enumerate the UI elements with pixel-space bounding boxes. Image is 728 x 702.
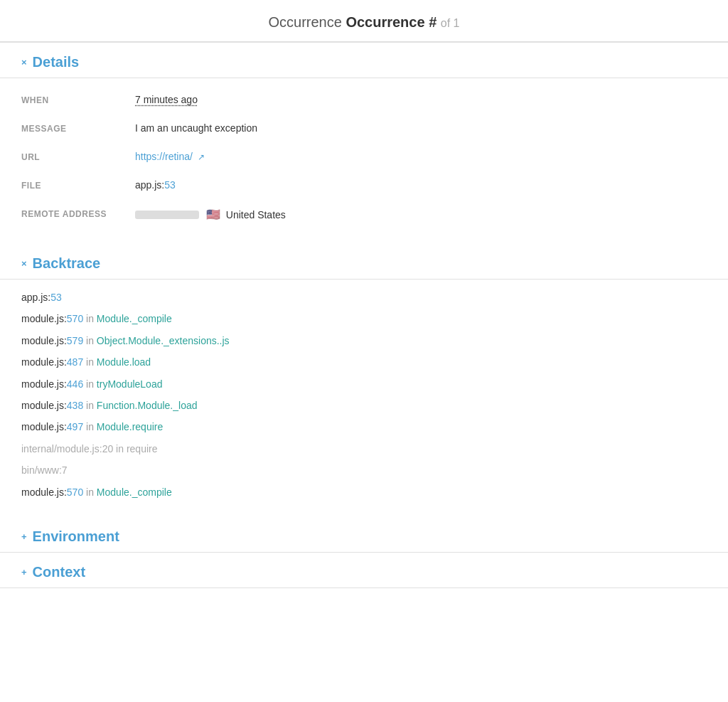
detail-value-remote-address: 🇺🇸 United States: [135, 208, 707, 221]
backtrace-line-6: module.js:497 in Module.require: [21, 416, 707, 437]
detail-row-url: URL https://retina/ ↗: [21, 142, 707, 171]
detail-value-message: I am an uncaught exception: [135, 122, 707, 134]
bt-linenum-3[interactable]: 487: [67, 356, 83, 368]
bt-linenum-0[interactable]: 53: [50, 292, 62, 303]
bt-linenum-5[interactable]: 438: [67, 400, 83, 411]
bt-in-9: in: [86, 486, 97, 498]
backtrace-line-9: module.js:570 in Module._compile: [21, 482, 707, 503]
details-section-header[interactable]: × Details: [0, 43, 728, 78]
bt-func-4: tryModuleLoad: [97, 378, 163, 390]
occurrence-label: Occurrence Occurrence #: [268, 14, 437, 30]
bt-func-2: Object.Module._extensions..js: [97, 335, 230, 346]
detail-value-file: app.js:53: [135, 179, 707, 191]
environment-section-header[interactable]: + Environment: [0, 517, 728, 552]
bt-in-6: in: [86, 421, 97, 432]
context-section-title: Context: [33, 564, 85, 580]
detail-label-remote-address: REMOTE ADDRESS: [21, 208, 135, 219]
bt-in-7: in: [116, 443, 127, 454]
backtrace-line-5: module.js:438 in Function.Module._load: [21, 395, 707, 416]
detail-row-message: MESSAGE I am an uncaught exception: [21, 114, 707, 142]
occurrence-title: Occurrence Occurrence # of 1: [268, 14, 459, 30]
detail-row-remote-address: REMOTE ADDRESS 🇺🇸 United States: [21, 199, 707, 230]
bt-file-9: module.js:: [21, 486, 67, 498]
occurrence-number: Occurrence #: [346, 14, 437, 30]
detail-value-url: https://retina/ ↗: [135, 151, 707, 162]
backtrace-toggle-icon[interactable]: ×: [21, 258, 27, 269]
bt-func-3: Module.load: [97, 356, 151, 368]
backtrace-line-3: module.js:487 in Module.load: [21, 351, 707, 373]
bt-file-1: module.js:: [21, 313, 67, 324]
bt-file-3: module.js:: [21, 356, 67, 368]
bt-file-6: module.js:: [21, 421, 67, 432]
file-line-number[interactable]: 53: [164, 179, 176, 191]
backtrace-section-header[interactable]: × Backtrace: [0, 244, 728, 279]
bt-in-5: in: [86, 400, 97, 411]
bt-in-3: in: [86, 356, 97, 368]
backtrace-line-7: internal/module.js:20 in require: [21, 438, 707, 459]
bt-in-1: in: [86, 313, 97, 324]
bt-file-4: module.js:: [21, 378, 67, 390]
environment-toggle-icon[interactable]: +: [21, 531, 27, 542]
page-header: Occurrence Occurrence # of 1: [0, 0, 728, 42]
backtrace-line-1: module.js:570 in Module._compile: [21, 308, 707, 329]
bt-linenum-2[interactable]: 579: [67, 335, 83, 346]
bt-file-2: module.js:: [21, 335, 67, 346]
context-section-header[interactable]: + Context: [0, 553, 728, 587]
bt-in-2: in: [86, 335, 97, 346]
detail-label-message: MESSAGE: [21, 122, 135, 134]
country-name: United States: [226, 209, 286, 220]
bt-file-5: module.js:: [21, 400, 67, 411]
external-link-icon: ↗: [198, 152, 205, 162]
bt-func-9: Module._compile: [97, 486, 172, 498]
detail-label-url: URL: [21, 151, 135, 162]
bt-func-6: Module.require: [97, 421, 163, 432]
backtrace-line-8: bin/www:7: [21, 459, 707, 481]
context-toggle-icon[interactable]: +: [21, 567, 27, 578]
details-table: WHEN 7 minutes ago MESSAGE I am an uncau…: [0, 78, 728, 244]
environment-section-title: Environment: [33, 528, 119, 545]
backtrace-line-0: app.js:53: [21, 287, 707, 308]
country-flag: 🇺🇸: [206, 208, 220, 220]
backtrace-line-2: module.js:579 in Object.Module._extensio…: [21, 330, 707, 351]
ip-redacted-block: [135, 211, 199, 219]
details-section-title: Details: [33, 54, 80, 70]
bt-linenum-6[interactable]: 497: [67, 421, 83, 432]
backtrace-section-title: Backtrace: [33, 255, 101, 272]
detail-label-when: WHEN: [21, 94, 135, 105]
bt-linenum-7[interactable]: 20: [102, 443, 114, 454]
bt-linenum-4[interactable]: 446: [67, 378, 83, 390]
backtrace-line-4: module.js:446 in tryModuleLoad: [21, 373, 707, 395]
url-link[interactable]: https://retina/: [135, 151, 193, 162]
bt-file-8: bin/www:: [21, 464, 62, 476]
bt-func-7: require: [127, 443, 158, 454]
bt-linenum-1[interactable]: 570: [67, 313, 83, 324]
bt-linenum-9[interactable]: 570: [67, 486, 83, 498]
bt-linenum-8[interactable]: 7: [62, 464, 68, 476]
occurrence-of-count: of 1: [441, 17, 460, 29]
detail-label-file: FILE: [21, 179, 135, 191]
bt-func-1: Module._compile: [97, 313, 172, 324]
detail-row-file: FILE app.js:53: [21, 171, 707, 199]
bt-file-7: internal/module.js:: [21, 443, 102, 454]
detail-value-when: 7 minutes ago: [135, 94, 707, 105]
bt-file-0: app.js:: [21, 292, 50, 303]
context-divider: [0, 587, 728, 588]
bt-in-4: in: [86, 378, 97, 390]
backtrace-content: app.js:53 module.js:570 in Module._compi…: [0, 280, 728, 517]
bt-func-5: Function.Module._load: [97, 400, 198, 411]
file-name: app.js: [135, 179, 161, 191]
detail-row-when: WHEN 7 minutes ago: [21, 85, 707, 114]
details-toggle-icon[interactable]: ×: [21, 57, 27, 68]
